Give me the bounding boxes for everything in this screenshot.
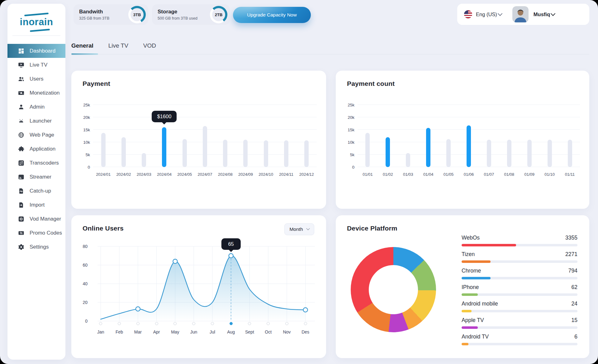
bar-tooltip: $1600 xyxy=(152,111,177,122)
month-dot-may[interactable] xyxy=(173,322,177,325)
legend-row-android-mobile: Android mobile24 xyxy=(462,301,577,312)
sidebar-item-label: Web Page xyxy=(30,132,54,138)
month-dot-feb[interactable] xyxy=(118,322,121,325)
highlighted-bar-01/02[interactable] xyxy=(386,137,390,167)
storage-card: Storage 500 GB from 3TB used 2TB xyxy=(152,4,230,25)
highlighted-bar-2024/04[interactable] xyxy=(162,127,166,167)
legend-label: WebOs xyxy=(462,235,480,241)
bar-2024/05[interactable] xyxy=(183,139,187,167)
bar-2024/11[interactable] xyxy=(284,140,288,167)
bandwidth-title: Bandwith xyxy=(79,9,109,15)
sidebar-item-dashboard[interactable]: Dashboard xyxy=(7,44,65,58)
legend-value: 62 xyxy=(572,284,577,291)
legend-value: 3355 xyxy=(565,235,577,241)
upgrade-capacity-button[interactable]: Upgrade Capacity Now xyxy=(233,7,311,23)
legend-label: Tizen xyxy=(462,251,475,258)
bar-2024/03[interactable] xyxy=(142,153,146,167)
bar-01/09[interactable] xyxy=(527,140,532,167)
sidebar-item-streamer[interactable]: Streamer xyxy=(7,170,65,184)
tab-live-tv[interactable]: Live TV xyxy=(108,42,128,49)
bar-01/03[interactable] xyxy=(406,153,410,167)
bar-01/05[interactable] xyxy=(446,139,451,167)
month-dot-mar[interactable] xyxy=(136,322,140,325)
legend-label: Chrome xyxy=(462,268,481,274)
sidebar-item-live-tv[interactable]: Live TV xyxy=(7,58,65,72)
sidebar-item-web-page[interactable]: Web Page xyxy=(7,128,65,142)
month-dot-apr[interactable] xyxy=(155,322,158,325)
legend-progress-track xyxy=(462,343,577,345)
legend-value: 15 xyxy=(572,317,577,324)
legend-row-android-tv: Android TV6 xyxy=(462,334,577,345)
legend-progress-fill xyxy=(462,310,472,312)
month-dot-sept[interactable] xyxy=(248,322,251,325)
month-dot-jan[interactable] xyxy=(99,322,102,325)
storage-usage: 500 GB from 3TB used xyxy=(158,16,197,21)
sidebar-item-import[interactable]: Import xyxy=(7,198,65,212)
month-dot-oct[interactable] xyxy=(267,322,270,325)
sidebar-item-promo-codes[interactable]: Promo Codes xyxy=(7,226,65,240)
payment-chart[interactable]: 05k10k15k20k25k$16002024/012024/022024/0… xyxy=(79,105,317,177)
bar-01/10[interactable] xyxy=(548,140,552,167)
legend-progress-track xyxy=(462,293,577,296)
sidebar-item-settings[interactable]: Settings xyxy=(7,240,65,254)
sidebar-item-label: Monetization xyxy=(30,90,59,96)
sidebar-item-label: Users xyxy=(30,76,43,82)
highlighted-bar-01/06[interactable] xyxy=(467,125,471,167)
bar-2024/08[interactable] xyxy=(223,140,227,167)
legend-progress-track xyxy=(462,310,577,312)
sidebar-item-vod-manager[interactable]: Vod Manager xyxy=(7,212,65,226)
user-menu[interactable]: Musfiq xyxy=(534,12,550,17)
sidebar-item-label: Streamer xyxy=(30,174,51,180)
x-axis-labels: JanFebMarAprMayJunJulAugSeptOctNovDes xyxy=(91,329,315,336)
app-window: inorain DashboardLive TVUsersMonetizatio… xyxy=(0,0,598,364)
online-users-chart[interactable]: 020406080 65JanFebMarAprMayJunJulAugSept… xyxy=(79,246,315,336)
storage-title: Storage xyxy=(158,9,197,15)
month-dot-des[interactable] xyxy=(304,322,307,325)
month-dot-jun[interactable] xyxy=(192,322,195,325)
legend-value: 794 xyxy=(568,268,577,274)
web-page-icon xyxy=(18,132,24,138)
bar-2024/10[interactable] xyxy=(264,140,268,167)
application-icon xyxy=(18,146,24,152)
bar-2024/02[interactable] xyxy=(121,137,126,167)
legend-progress-track xyxy=(462,244,577,246)
topbar-user-section: Eng (US) Musfiq xyxy=(457,4,589,25)
bar-2024/01[interactable] xyxy=(101,133,106,167)
month-dot-nov[interactable] xyxy=(285,322,288,325)
sidebar-item-admin[interactable]: Admin xyxy=(7,100,65,114)
sidebar-item-users[interactable]: Users xyxy=(7,72,65,86)
language-select[interactable]: Eng (US) xyxy=(476,12,497,17)
device-platform-title: Device Platform xyxy=(347,225,589,232)
month-dot-jul[interactable] xyxy=(211,322,214,325)
month-dot-aug[interactable] xyxy=(230,322,233,325)
bandwidth-ring: 3TB xyxy=(128,6,146,23)
legend-value: 2271 xyxy=(565,251,577,258)
legend-progress-fill xyxy=(462,343,468,345)
avatar[interactable] xyxy=(512,6,529,22)
sidebar-item-application[interactable]: Application xyxy=(7,142,65,156)
bar-2024/12[interactable] xyxy=(304,140,309,167)
bar-01/11[interactable] xyxy=(568,140,572,167)
brand-logo: inorain xyxy=(14,13,59,31)
device-platform-donut[interactable] xyxy=(351,247,436,332)
sidebar-item-label: Promo Codes xyxy=(30,230,62,236)
sidebar-item-transcoders[interactable]: Transcoders xyxy=(7,156,65,170)
tab-vod[interactable]: VOD xyxy=(143,42,156,49)
bar-2024/07[interactable] xyxy=(203,126,207,167)
sidebar-item-launcher[interactable]: Launcher xyxy=(7,114,65,128)
payment-count-chart[interactable]: 05k10k15k20k25k01/0101/0201/0301/0401/05… xyxy=(344,105,580,177)
highlighted-bar-01/04[interactable] xyxy=(426,128,430,167)
sidebar-item-monetization[interactable]: Monetization xyxy=(7,86,65,100)
launcher-icon xyxy=(18,118,24,124)
bar-01/07[interactable] xyxy=(487,140,491,167)
bar-01/08[interactable] xyxy=(507,140,511,167)
chevron-down-icon[interactable] xyxy=(551,11,556,16)
chevron-down-icon[interactable] xyxy=(498,11,503,16)
sidebar-item-catch-up[interactable]: Catch-up xyxy=(7,184,65,198)
tab-general[interactable]: General xyxy=(71,42,93,49)
bar-2024/09[interactable] xyxy=(243,140,248,167)
sidebar-item-label: Vod Manager xyxy=(30,216,61,222)
settings-icon xyxy=(18,244,24,250)
bar-01/01[interactable] xyxy=(365,133,370,167)
period-select[interactable]: Month xyxy=(284,223,314,235)
